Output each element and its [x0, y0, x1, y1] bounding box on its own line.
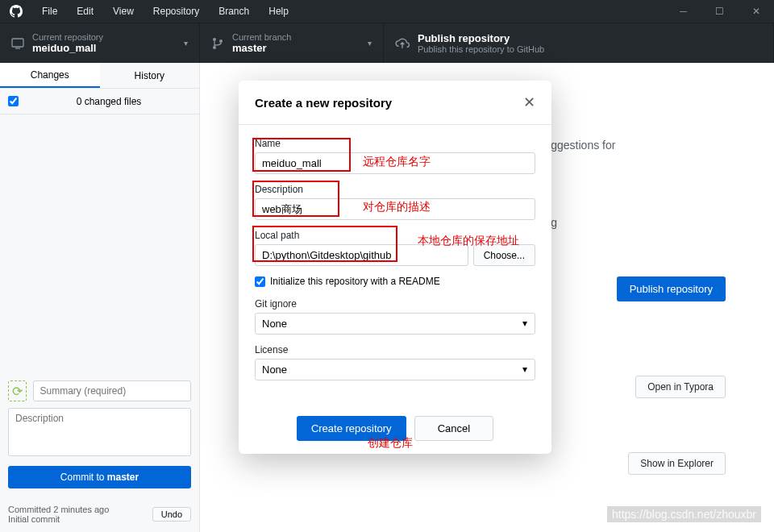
- changed-files-count: 0 changed files: [27, 96, 191, 107]
- create-repository-button[interactable]: Create repository: [297, 416, 406, 441]
- chevron-down-icon: ▾: [368, 39, 372, 48]
- titlebar: File Edit View Repository Branch Help ─ …: [0, 0, 774, 23]
- menu-edit[interactable]: Edit: [67, 6, 103, 17]
- show-in-explorer-button[interactable]: Show in Explorer: [628, 452, 726, 475]
- tab-changes[interactable]: Changes: [0, 63, 100, 88]
- branch-label: Current branch: [232, 32, 291, 42]
- cancel-button[interactable]: Cancel: [414, 416, 493, 441]
- readme-checkbox[interactable]: [255, 276, 265, 287]
- description-label: Description: [255, 184, 535, 195]
- commit-description-input[interactable]: [8, 408, 191, 456]
- monitor-icon: [11, 37, 24, 50]
- tab-history[interactable]: History: [100, 63, 200, 88]
- gitignore-select[interactable]: None: [255, 313, 535, 335]
- open-in-typora-button[interactable]: Open in Typora: [635, 376, 726, 398]
- modal-close-icon[interactable]: ✕: [523, 94, 535, 111]
- git-branch-icon: [211, 37, 224, 50]
- branch-name: master: [232, 42, 291, 54]
- menu-help[interactable]: Help: [259, 6, 298, 17]
- license-label: License: [255, 344, 535, 355]
- repo-name-input[interactable]: [255, 152, 535, 174]
- menu-view[interactable]: View: [103, 6, 144, 17]
- gitignore-label: Git ignore: [255, 298, 535, 310]
- name-label: Name: [255, 138, 535, 149]
- last-commit-info: Committed 2 minutes ago Initial commit U…: [0, 497, 199, 532]
- svg-point-3: [213, 46, 216, 49]
- changed-files-row: 0 changed files: [0, 89, 199, 114]
- repo-description-input[interactable]: [255, 198, 535, 220]
- minimize-icon[interactable]: ─: [665, 0, 701, 23]
- chevron-down-icon: ▾: [184, 39, 188, 48]
- commit-message: Initial commit: [8, 514, 109, 524]
- commit-button[interactable]: Commit to master: [8, 466, 191, 488]
- publish-repository-header[interactable]: Publish repository Publish this reposito…: [384, 23, 774, 63]
- commit-summary-input[interactable]: [33, 380, 192, 401]
- publish-repository-button[interactable]: Publish repository: [617, 276, 726, 301]
- modal-title: Create a new repository: [255, 96, 523, 110]
- close-icon[interactable]: ✕: [738, 0, 774, 23]
- local-path-label: Local path: [255, 230, 535, 241]
- choose-path-button[interactable]: Choose...: [473, 244, 535, 266]
- commit-time: Committed 2 minutes ago: [8, 505, 109, 514]
- github-logo-icon: [0, 5, 32, 18]
- sidebar: Changes History 0 changed files ⟳ Commit…: [0, 63, 200, 532]
- svg-point-4: [219, 39, 223, 43]
- repo-name: meiduo_mall: [32, 42, 103, 54]
- current-repository-dropdown[interactable]: Current repository meiduo_mall ▾: [0, 23, 200, 63]
- license-select[interactable]: None: [255, 359, 535, 380]
- undo-button[interactable]: Undo: [152, 507, 191, 522]
- local-path-input[interactable]: [255, 244, 468, 266]
- repo-label: Current repository: [32, 32, 103, 42]
- maximize-icon[interactable]: ☐: [701, 0, 738, 23]
- create-repository-modal: Create a new repository ✕ Name Descripti…: [239, 81, 551, 454]
- avatar-placeholder-icon: ⟳: [8, 380, 27, 401]
- svg-rect-0: [12, 39, 23, 47]
- svg-point-2: [213, 38, 216, 41]
- cloud-upload-icon: [395, 36, 410, 51]
- publish-desc: Publish this repository to GitHub: [418, 44, 544, 54]
- menu-branch[interactable]: Branch: [209, 6, 259, 17]
- publish-label: Publish repository: [418, 32, 544, 44]
- readme-label: Initialize this repository with a README: [270, 276, 440, 287]
- current-branch-dropdown[interactable]: Current branch master ▾: [200, 23, 384, 63]
- select-all-checkbox[interactable]: [8, 96, 19, 106]
- menu-repository[interactable]: Repository: [144, 6, 209, 17]
- header-toolbar: Current repository meiduo_mall ▾ Current…: [0, 23, 774, 63]
- menu-file[interactable]: File: [32, 6, 67, 17]
